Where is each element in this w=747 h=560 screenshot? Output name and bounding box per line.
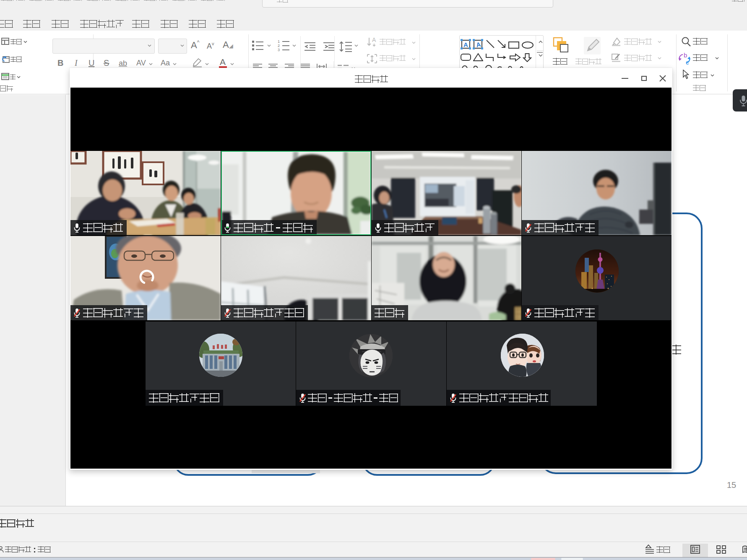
svg-text:A: A <box>463 41 468 48</box>
svg-text:1: 1 <box>278 39 280 44</box>
svg-text:A: A <box>372 37 376 43</box>
svg-text:A: A <box>476 41 482 49</box>
svg-text:b: b <box>684 52 687 59</box>
svg-text:3: 3 <box>278 48 280 52</box>
svg-text:2: 2 <box>278 44 280 48</box>
